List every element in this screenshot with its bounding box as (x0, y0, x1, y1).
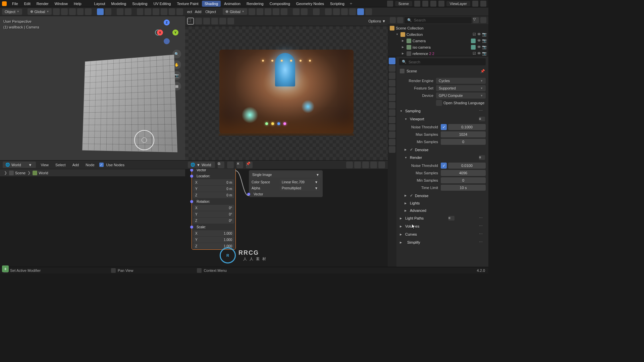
rv-prop-menu-icon[interactable] (281, 8, 287, 15)
scene-selector[interactable]: Scene (395, 1, 412, 6)
loc-z-field[interactable]: Z0 m (193, 192, 234, 198)
r-min-samples-field[interactable]: 0 (441, 177, 486, 183)
shade-matprev-icon[interactable] (161, 8, 167, 15)
ptab-physics-icon[interactable] (389, 117, 395, 123)
ptab-render-icon[interactable] (389, 58, 395, 64)
use-nodes-checkbox[interactable]: ✓ (99, 163, 104, 167)
mode-dropdown[interactable]: Object▼ (2, 9, 22, 15)
outliner-collection[interactable]: ▼Collection☑👁📷 (388, 31, 488, 38)
breadcrumb-world[interactable]: World (33, 171, 48, 175)
shade-rendered-icon[interactable] (169, 8, 175, 15)
rv-snap-menu-icon[interactable] (265, 8, 271, 15)
menu-render[interactable]: Render (34, 1, 51, 7)
image-source-dropdown[interactable]: Single Image▼ (250, 172, 321, 178)
shader-menu-add[interactable]: Add (70, 162, 81, 168)
viewlayer-add-icon[interactable] (472, 1, 478, 7)
r-noise-checkbox[interactable]: ✓ (441, 163, 447, 169)
rv-menu-object[interactable]: Object (204, 10, 217, 14)
viewlayer-selector[interactable]: ViewLayer (446, 1, 470, 6)
simplify-header[interactable]: ▶Simplify⋯ (399, 238, 486, 246)
viewlayer-browse-icon[interactable] (438, 1, 444, 7)
workspace-compositing[interactable]: Compositing (267, 1, 293, 7)
outliner-item-camera[interactable]: ▶Camera👁📷 (388, 38, 488, 44)
workspace-layout[interactable]: Layout (92, 1, 108, 7)
ptab-scene-icon[interactable] (389, 80, 395, 86)
sel-mode1-icon[interactable] (195, 18, 202, 24)
scale-x-field[interactable]: X1.000 (193, 230, 234, 236)
rv-options-dropdown[interactable]: Options ▼ (368, 19, 386, 23)
osl-checkbox[interactable] (436, 100, 442, 106)
rv-menu-ect[interactable]: ect (187, 10, 192, 14)
render-sampling-header[interactable]: ▼Render≡ (404, 154, 486, 162)
select-box-icon[interactable]: ⬚ (187, 18, 194, 24)
overlays-icon[interactable] (125, 8, 131, 15)
rv-shade3-icon[interactable] (341, 8, 348, 15)
r-denoise-checkbox[interactable]: ✓ (410, 193, 413, 198)
camera-data-icon-2[interactable] (471, 45, 476, 50)
ptab-world-icon[interactable] (389, 87, 395, 94)
shader-node-editor-mid[interactable]: UV Object Camera Window Reflection Objec… (185, 169, 388, 267)
world-data-block[interactable]: 🌐▼ World (188, 162, 215, 168)
rv-orientation[interactable]: ⊕ Global▼ (223, 8, 247, 15)
vp-noise-checkbox[interactable]: ✓ (441, 124, 447, 130)
sel-mode4-icon[interactable] (219, 18, 226, 24)
pivot-icon[interactable] (53, 8, 60, 15)
sel-mode5-icon[interactable] (227, 18, 234, 24)
vp-denoise-header[interactable]: ▶✓Denoise (404, 146, 486, 154)
outliner-item-iso-camera[interactable]: ▶iso camera👁📷 (388, 44, 488, 50)
outliner-mode-icon[interactable] (390, 17, 396, 23)
node-mapping[interactable]: Vector Location: X0 m Y0 m Z0 m Rotation… (192, 169, 235, 249)
world-pin-icon[interactable]: 📌 (246, 162, 253, 168)
rv-snap-icon[interactable] (257, 8, 263, 15)
vp-noise-field[interactable]: 0.1000 (448, 124, 486, 130)
snap-toggle-icon[interactable] (61, 8, 68, 15)
show-gizmo-icon[interactable] (117, 8, 123, 15)
ptab-material-icon[interactable] (389, 139, 395, 145)
ptab-modifier-icon[interactable] (389, 102, 395, 109)
snap-menu-icon[interactable] (69, 8, 76, 15)
viewport-sampling-header[interactable]: ▼Viewport≡ (404, 115, 486, 123)
outliner-display-icon[interactable] (397, 17, 403, 23)
ptab-output-icon[interactable] (389, 65, 395, 72)
workspace-uv[interactable]: UV Editing (151, 1, 173, 7)
shader-menu-node[interactable]: Node (84, 162, 96, 168)
device-dropdown[interactable]: GPU Compute▼ (436, 93, 486, 99)
world-copy-icon[interactable] (227, 162, 234, 168)
gizmo-x-icon[interactable]: X (157, 29, 163, 36)
preset-icon-2[interactable]: ≡ (479, 155, 485, 160)
scene-close-icon[interactable] (430, 1, 436, 7)
viewlayer-close-icon[interactable] (480, 1, 486, 7)
properties-search[interactable]: 🔍 Search (399, 58, 486, 65)
transform-gizmo-icon[interactable] (97, 8, 104, 15)
rv-shade2-icon[interactable] (333, 8, 340, 15)
ptab-particle-icon[interactable] (389, 109, 395, 116)
colorspace-dropdown[interactable]: Linear Rec.709▼ (280, 179, 320, 185)
workspace-geonodes[interactable]: Geometry Nodes (293, 1, 327, 7)
gizmo-y-icon[interactable]: Y (172, 29, 178, 36)
rv-shade-menu-icon[interactable] (365, 8, 372, 15)
gizmo-neg-z-icon[interactable] (164, 38, 170, 44)
blender-logo-icon[interactable] (2, 1, 7, 6)
render-engine-dropdown[interactable]: Cycles▼ (436, 78, 486, 84)
rot-y-field[interactable]: Y0° (193, 211, 234, 217)
workspace-scripting[interactable]: Scripting (327, 1, 347, 7)
snap-shader-icon[interactable] (346, 162, 353, 168)
ptab-data-icon[interactable] (389, 131, 395, 138)
menu-file[interactable]: File (9, 1, 21, 7)
loc-y-field[interactable]: Y0 m (193, 186, 234, 192)
curves-header[interactable]: ▶Curves⋯ (399, 230, 486, 238)
vp-min-samples-field[interactable]: 0 (441, 139, 486, 145)
workspace-shading[interactable]: Shading (202, 1, 221, 7)
rv-shade4-icon[interactable] (349, 8, 356, 15)
3d-viewport[interactable]: User Perspective (1) wallback | Camera Z… (0, 16, 185, 160)
lights-header[interactable]: ▶Lights (404, 199, 486, 207)
sel-mode3-icon[interactable] (211, 18, 218, 24)
vp-max-samples-field[interactable]: 1024 (441, 131, 486, 137)
volumes-header[interactable]: ▶Volumes⋯ (399, 222, 486, 230)
outliner-scene-collection[interactable]: Scene Collection (388, 25, 488, 31)
workspace-rendering[interactable]: Rendering (244, 1, 266, 7)
rot-z-field[interactable]: Z0° (193, 218, 234, 224)
workspace-texpaint[interactable]: Texture Paint (174, 1, 201, 7)
ptab-constraint-icon[interactable] (389, 124, 395, 131)
shader-menu-view[interactable]: View (39, 162, 51, 168)
